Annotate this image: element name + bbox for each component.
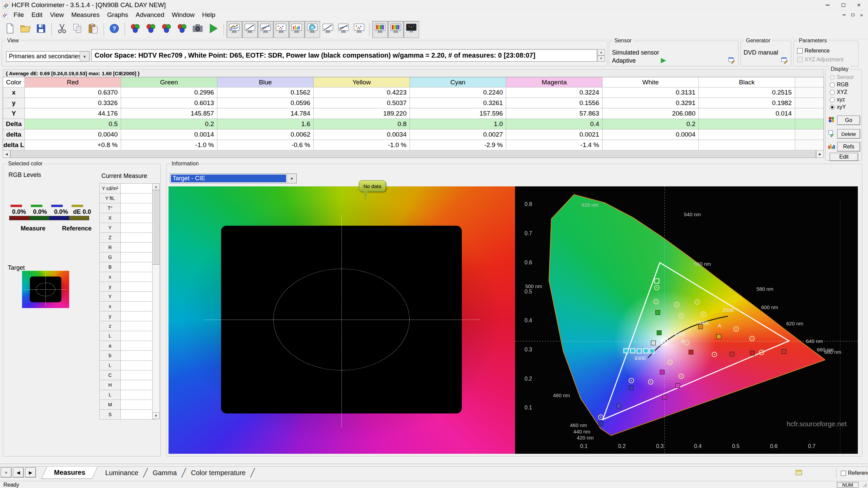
generator-settings-button[interactable] xyxy=(143,21,159,38)
cm-row-value-23 xyxy=(121,410,155,420)
sensor-config-icon[interactable] xyxy=(728,57,735,66)
view-gamut-button[interactable] xyxy=(388,21,403,38)
continuous-measures-button[interactable] xyxy=(205,21,221,38)
tab-next-button[interactable]: ▶ xyxy=(25,467,36,477)
help-button[interactable]: ? xyxy=(106,21,122,38)
col-header-black[interactable]: Black xyxy=(699,77,795,87)
app-icon xyxy=(3,2,9,8)
mdi-close-button[interactable]: × xyxy=(857,11,866,19)
close-button[interactable]: × xyxy=(851,0,867,10)
tab-measures[interactable]: Measures xyxy=(41,467,98,479)
generator-config-icon[interactable] xyxy=(781,57,788,66)
tab-gamma[interactable]: Gamma xyxy=(146,467,183,479)
reference-checkbox[interactable] xyxy=(797,48,803,54)
open-file-button[interactable] xyxy=(18,21,33,38)
scroll-right-button[interactable]: ▶ xyxy=(816,150,824,158)
view-colortemp-button[interactable] xyxy=(320,21,336,38)
tab-prev-button[interactable]: ◀ xyxy=(13,467,24,477)
cm-scroll-down-button[interactable]: ▼ xyxy=(152,412,160,419)
tab-reference-row: Reference xyxy=(841,470,868,476)
view-rgb-histo-button[interactable] xyxy=(226,21,242,38)
measure-options-button[interactable] xyxy=(174,21,190,38)
cut-button[interactable] xyxy=(54,21,70,38)
view-luminance2-button[interactable] xyxy=(336,21,351,38)
view-free-measures-button[interactable] xyxy=(403,21,419,38)
minimize-button[interactable] xyxy=(820,0,835,10)
mdi-minimize-button[interactable] xyxy=(840,11,848,19)
radio-rgb[interactable] xyxy=(830,82,835,87)
col-header-yellow[interactable]: Yellow xyxy=(314,77,410,87)
scroll-left-button[interactable]: ◀ xyxy=(3,150,11,158)
sensor-settings-button[interactable] xyxy=(127,21,143,38)
menu-view[interactable]: View xyxy=(46,10,67,20)
rgb-levels-label: RGB Levels xyxy=(8,171,41,179)
menu-window[interactable]: Window xyxy=(168,10,198,20)
chevron-down-icon[interactable]: ▼ xyxy=(287,174,296,183)
new-file-button[interactable] xyxy=(2,21,18,38)
view-satshift-button[interactable] xyxy=(351,21,367,38)
maximize-button[interactable] xyxy=(835,0,851,10)
edit-button[interactable]: Edit xyxy=(830,153,858,161)
hscroll-thumb[interactable] xyxy=(11,150,816,158)
menu-advanced[interactable]: Advanced xyxy=(132,10,168,20)
menu-measures[interactable]: Measures xyxy=(67,10,103,20)
tab-color-temperature[interactable]: Color temperature xyxy=(184,467,252,479)
resize-grip[interactable] xyxy=(863,483,867,488)
view-nearblack-button[interactable] xyxy=(273,21,289,38)
sensor-start-icon[interactable]: ▶ xyxy=(661,56,666,64)
cm-scroll-up-button[interactable]: ▲ xyxy=(152,183,160,190)
cm-row-label-4: Y xyxy=(100,223,121,233)
menu-help[interactable]: Help xyxy=(198,10,219,20)
menu-edit[interactable]: Edit xyxy=(28,10,46,20)
view-mode-dropdown[interactable]: Primaries and secondaries ▼ xyxy=(6,51,90,62)
col-header-cyan[interactable]: Cyan xyxy=(410,77,506,87)
view-cie-button[interactable] xyxy=(304,21,320,38)
cm-scroll-thumb[interactable] xyxy=(152,190,160,265)
col-header-red[interactable]: Red xyxy=(25,77,121,87)
cell-y-cyan: 0.3261 xyxy=(410,98,506,108)
paste-button[interactable] xyxy=(85,21,101,38)
cell-delta-xy-white: 0.0004 xyxy=(603,129,699,140)
chevron-down-icon[interactable]: ▼ xyxy=(80,52,89,61)
col-header-magenta[interactable]: Magenta xyxy=(506,77,603,87)
tab-luminance[interactable]: Luminance xyxy=(98,467,145,479)
cm-row: L xyxy=(100,331,155,341)
mdi-restore-button[interactable] xyxy=(848,11,857,19)
refs-button[interactable]: Refs xyxy=(837,142,860,151)
splitter[interactable] xyxy=(0,463,868,464)
radio-xyz[interactable] xyxy=(830,97,835,102)
spinner-down-button[interactable]: ▼ xyxy=(597,56,605,62)
col-header-white[interactable]: White xyxy=(603,77,699,87)
cm-row-value-22 xyxy=(121,400,155,410)
grid-icon[interactable] xyxy=(795,469,802,478)
display-panel: Display SensorRGBXYZxyzxyY Go Delete Ref… xyxy=(825,69,862,161)
delete-button[interactable]: Delete xyxy=(837,129,860,139)
cell-y-black: 0.014 xyxy=(699,108,795,119)
information-dropdown[interactable]: Target - CIE ▼ xyxy=(170,174,297,183)
spinner-up-button[interactable]: ▲ xyxy=(597,49,605,56)
view-nearwhite-button[interactable] xyxy=(289,21,304,38)
view-gamma-button[interactable] xyxy=(258,21,273,38)
copy-button[interactable] xyxy=(70,21,85,38)
watermark: hcfr.sourceforge.net xyxy=(787,420,847,428)
readout-2: 0.0% xyxy=(51,208,72,216)
tab-reference-checkbox[interactable] xyxy=(841,471,846,476)
tab-close-button[interactable]: × xyxy=(1,467,12,477)
menu-graphs[interactable]: Graphs xyxy=(103,10,132,20)
selected-color-title: Selected color xyxy=(6,161,44,167)
view-luminance-button[interactable] xyxy=(242,21,258,38)
snapshot-button[interactable] xyxy=(190,21,205,38)
view-spectrum-button[interactable] xyxy=(372,21,388,38)
measure-options-icon xyxy=(176,23,188,36)
radio-xyy[interactable] xyxy=(830,105,835,110)
col-header-green[interactable]: Green xyxy=(121,77,217,87)
color-reference-button[interactable] xyxy=(159,21,174,38)
view-satshift-icon xyxy=(353,23,365,36)
radio-xyz[interactable] xyxy=(830,90,835,95)
go-button[interactable]: Go xyxy=(837,116,860,125)
menu-file[interactable]: File xyxy=(10,10,28,20)
rgb-level-bar-1 xyxy=(31,205,42,207)
save-button[interactable] xyxy=(33,21,49,38)
col-header-blue[interactable]: Blue xyxy=(217,77,314,87)
radio-row-xyz: XYZ xyxy=(830,89,847,95)
